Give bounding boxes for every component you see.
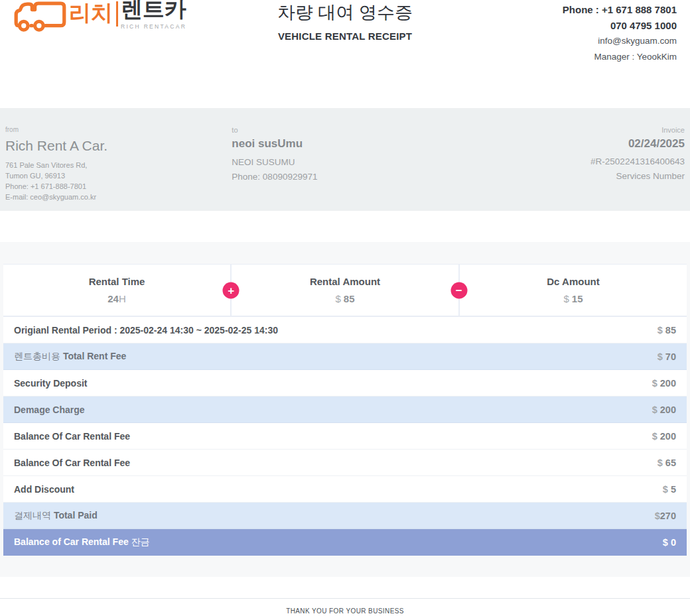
contact-phone-secondary: 070 4795 1000 — [563, 18, 677, 34]
fee-table-container: Rental Time 24H Rental Amount $85 Dc Amo… — [0, 242, 690, 577]
customer-name: neoi susUmu — [232, 137, 458, 151]
row-balance-final-amount: $0 — [663, 537, 676, 548]
minus-icon[interactable]: − — [450, 282, 467, 298]
to-label: to — [232, 126, 458, 134]
row-original-rental-period-amount: $85 — [657, 325, 676, 336]
invoice-date: 02/24/2025 — [458, 137, 685, 151]
rental-amount-value: $85 — [335, 293, 354, 304]
row-damage-charge: Demage Charge $200 — [3, 397, 687, 423]
receipt-footer: THANK YOU FOR YOUR BUSINESS — [0, 598, 690, 615]
from-address-line2: Tumon GU, 96913 — [5, 170, 232, 181]
row-add-discount: Add Discount $5 — [3, 476, 687, 503]
contact-phone-primary: Phone : +1 671 888 7801 — [563, 2, 677, 18]
row-damage-charge-amount: $200 — [652, 404, 676, 415]
row-balance-1-amount: $200 — [652, 431, 676, 442]
row-add-discount-amount: $5 — [663, 484, 676, 495]
rental-summary-row: Rental Time 24H Rental Amount $85 Dc Amo… — [3, 264, 687, 317]
from-address-line1: 761 Pale San Vitores Rd, — [5, 160, 232, 170]
parties-band: from Rich Rent A Car. 761 Pale San Vitor… — [0, 108, 690, 211]
customer-name-alt: NEOI SUSUMU — [232, 155, 458, 170]
receipt-header: 리치 렌트카 RICH RENTACAR 차량 대여 영수증 VEHICLE R… — [0, 0, 690, 108]
contact-email: info@skyguam.com — [563, 33, 677, 49]
col-rental-amount: Rental Amount $85 — [230, 265, 458, 316]
row-total-paid: 결제내역 Total Paid $270 — [3, 503, 687, 529]
col-dc-amount: Dc Amount $15 — [458, 265, 687, 316]
col-rental-time: Rental Time 24H — [3, 265, 230, 316]
row-balance-of-car-rental-fee-1: Balance Of Car Rental Fee $200 — [3, 423, 687, 450]
row-original-rental-period: Origianl Rental Period : 2025-02-24 14:3… — [3, 317, 687, 343]
rental-time-value: 24H — [107, 293, 126, 304]
from-section: from Rich Rent A Car. 761 Pale San Vitor… — [5, 126, 232, 211]
row-security-deposit-amount: $200 — [652, 378, 676, 389]
from-email: E-mail: ceo@skyguam.co.kr — [5, 192, 232, 202]
row-security-deposit: Security Deposit $200 — [3, 370, 687, 397]
row-total-paid-amount: $270 — [655, 511, 676, 521]
from-phone: Phone: +1 671-888-7801 — [5, 181, 232, 192]
invoice-services-note: Services Number — [458, 169, 685, 184]
rental-time-label: Rental Time — [89, 276, 145, 287]
from-name: Rich Rent A Car. — [5, 138, 232, 154]
dc-amount-label: Dc Amount — [547, 276, 599, 287]
to-section: to neoi susUmu NEOI SUSUMU Phone: 080909… — [232, 126, 458, 211]
footer-note: THANK YOU FOR YOUR BUSINESS — [0, 607, 690, 615]
invoice-label: Invoice — [458, 126, 685, 134]
plus-icon[interactable]: + — [223, 282, 240, 298]
customer-phone: Phone: 08090929971 — [232, 170, 458, 184]
from-label: from — [5, 126, 232, 133]
row-balance-2-amount: $65 — [657, 458, 676, 468]
row-total-rent-fee: 렌트총비용 Total Rent Fee $70 — [3, 343, 687, 370]
rental-amount-label: Rental Amount — [310, 276, 380, 287]
invoice-section: Invoice 02/24/2025 #R-2502241316400643 S… — [458, 126, 685, 211]
company-contact-block: Phone : +1 671 888 7801 070 4795 1000 in… — [563, 2, 677, 64]
invoice-number: #R-2502241316400643 — [458, 154, 685, 169]
dc-amount-value: $15 — [563, 293, 583, 304]
row-balance-final: Balance of Car Rental Fee 잔금 $0 — [3, 529, 687, 556]
row-total-rent-fee-amount: $70 — [657, 351, 676, 362]
contact-manager: Manager : YeookKim — [563, 49, 677, 65]
row-balance-of-car-rental-fee-2: Balance Of Car Rental Fee $65 — [3, 450, 687, 476]
